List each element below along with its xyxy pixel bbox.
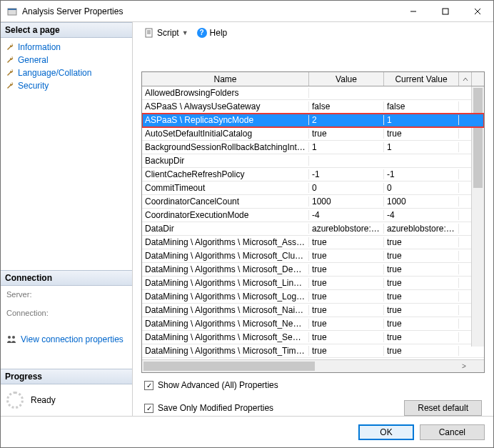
table-row[interactable]: DataMining \ Algorithms \ Microsoft_Line… (142, 277, 484, 290)
help-label: Help (210, 28, 228, 38)
cell-name: DataMining \ Algorithms \ Microsoft_Asso… (142, 237, 309, 247)
cell-current-value: 1 (384, 115, 459, 125)
select-page-header: Select a page (1, 22, 132, 38)
table-row[interactable]: DataMining \ Algorithms \ Microsoft_Neur… (142, 317, 484, 331)
table-row[interactable]: DataMining \ Algorithms \ Microsoft_Clus… (142, 249, 484, 263)
cell-value[interactable]: 0 (309, 183, 384, 193)
cell-current-value: -1 (384, 169, 459, 179)
cell-value[interactable]: -1 (309, 169, 384, 179)
cell-value[interactable]: azureblobstore:/... (309, 224, 384, 234)
cell-current-value: true (384, 332, 459, 342)
column-header-current[interactable]: Current Value (384, 72, 459, 86)
cell-value[interactable]: true (309, 332, 384, 342)
table-row[interactable]: DataMining \ Algorithms \ Microsoft_Naiv… (142, 304, 484, 317)
sidebar-page-language-collation[interactable]: Language/Collation (1, 66, 132, 79)
table-row[interactable]: DataDirazureblobstore:/...azureblobstore… (142, 222, 484, 236)
help-button[interactable]: ? Help (194, 26, 231, 39)
cell-name: ASPaaS \ AlwaysUseGateway (142, 101, 309, 111)
sidebar-page-label: Information (18, 42, 61, 52)
column-header-value[interactable]: Value (309, 72, 384, 86)
cell-current-value: true (384, 129, 459, 139)
cancel-button[interactable]: Cancel (420, 424, 485, 440)
script-button[interactable]: Script ▼ (141, 26, 191, 39)
wrench-icon (5, 55, 15, 65)
cell-name: DataMining \ Algorithms \ Microsoft_Naiv… (142, 305, 309, 315)
cell-name: CommitTimeout (142, 183, 309, 193)
sidebar-page-information[interactable]: Information (1, 41, 132, 54)
cell-value[interactable]: true (309, 305, 384, 315)
ok-button[interactable]: OK (358, 424, 413, 440)
column-header-name[interactable]: Name (142, 72, 309, 86)
toolbar: Script ▼ ? Help (141, 22, 485, 43)
table-row[interactable]: BackgroundSessionRollbackBatchingInterva… (142, 141, 484, 154)
cell-value[interactable]: 2 (309, 115, 384, 125)
view-connection-properties[interactable]: View connection properties (1, 332, 132, 347)
table-row[interactable]: AutoSetDefaultInitialCatalogtruetrue (142, 127, 484, 141)
vertical-scrollbar-thumb[interactable] (473, 88, 483, 188)
table-row[interactable]: BackupDir (142, 154, 484, 168)
reset-default-button[interactable]: Reset default (404, 400, 482, 416)
cell-current-value: false (384, 101, 459, 111)
people-icon (6, 334, 16, 344)
cell-name: DataMining \ Algorithms \ Microsoft_Logi… (142, 292, 309, 302)
cell-value[interactable]: true (309, 278, 384, 288)
cell-value[interactable]: true (309, 292, 384, 302)
sidebar-page-label: Language/Collation (18, 68, 91, 78)
script-icon (144, 28, 154, 38)
table-row[interactable]: CommitTimeout00 (142, 181, 484, 195)
save-modified-checkbox[interactable]: ✓ (144, 404, 153, 413)
close-button[interactable] (461, 1, 493, 22)
cell-value[interactable]: true (309, 237, 384, 247)
table-row[interactable]: CoordinatorExecutionMode-4-4 (142, 209, 484, 222)
cell-name: CoordinatorCancelCount (142, 196, 309, 206)
cell-name: DataMining \ Algorithms \ Microsoft_Time… (142, 346, 309, 356)
cell-value[interactable]: -4 (309, 210, 384, 220)
table-row[interactable]: DataMining \ Algorithms \ Microsoft_Time… (142, 344, 484, 358)
sidebar-page-label: General (18, 55, 49, 65)
app-icon (6, 6, 18, 17)
table-row[interactable]: CoordinatorCancelCount10001000 (142, 195, 484, 209)
table-row[interactable]: ClientCacheRefreshPolicy-1-1 (142, 168, 484, 181)
cell-value[interactable]: false (309, 101, 384, 111)
svg-point-7 (12, 336, 15, 339)
cell-current-value: 0 (384, 183, 459, 193)
table-row[interactable]: ASPaaS \ ReplicaSyncMode21 (142, 114, 484, 127)
cell-name: BackupDir (142, 156, 309, 166)
cell-current-value: azureblobstore:/... (384, 224, 459, 234)
table-row[interactable]: AllowedBrowsingFolders (142, 86, 484, 100)
horizontal-scrollbar-thumb[interactable] (143, 362, 315, 371)
right-pane: Script ▼ ? Help Name Value Current Value… (133, 22, 493, 416)
cell-value[interactable]: true (309, 319, 384, 329)
cell-current-value: true (384, 278, 459, 288)
cell-value[interactable]: 1 (309, 142, 384, 152)
cell-current-value: true (384, 237, 459, 247)
table-row[interactable]: ASPaaS \ AlwaysUseGatewayfalsefalse (142, 100, 484, 114)
show-advanced-checkbox[interactable]: ✓ (144, 381, 153, 390)
svg-rect-1 (8, 9, 16, 10)
maximize-button[interactable] (429, 1, 461, 22)
cell-value[interactable]: true (309, 129, 384, 139)
cell-name: DataMining \ Algorithms \ Microsoft_Line… (142, 278, 309, 288)
cell-current-value: true (384, 305, 459, 315)
table-row[interactable]: DataMining \ Algorithms \ Microsoft_Logi… (142, 290, 484, 304)
cell-value[interactable]: true (309, 251, 384, 261)
table-row[interactable]: DataMining \ Algorithms \ Microsoft_Asso… (142, 236, 484, 249)
wrench-icon (5, 68, 15, 78)
svg-point-6 (8, 336, 11, 339)
minimize-button[interactable] (397, 1, 429, 22)
sidebar-page-general[interactable]: General (1, 54, 132, 66)
horizontal-scrollbar[interactable]: > (142, 359, 484, 372)
window-title: Analysis Server Properties (22, 6, 397, 16)
cell-value[interactable]: 1000 (309, 196, 384, 206)
left-pane: Select a page InformationGeneralLanguage… (1, 22, 133, 416)
sidebar-page-security[interactable]: Security (1, 79, 132, 92)
cell-name: BackgroundSessionRollbackBatchingInterva… (142, 142, 309, 152)
view-connection-properties-label: View connection properties (21, 334, 123, 344)
chevron-up-icon (462, 76, 469, 83)
chevron-right-icon[interactable]: > (458, 362, 470, 371)
cell-value[interactable]: true (309, 346, 384, 356)
table-row[interactable]: DataMining \ Algorithms \ Microsoft_Deci… (142, 263, 484, 277)
table-row[interactable]: DataMining \ Algorithms \ Microsoft_Sequ… (142, 331, 484, 344)
cell-value[interactable]: true (309, 264, 384, 274)
cell-name: DataMining \ Algorithms \ Microsoft_Deci… (142, 264, 309, 274)
